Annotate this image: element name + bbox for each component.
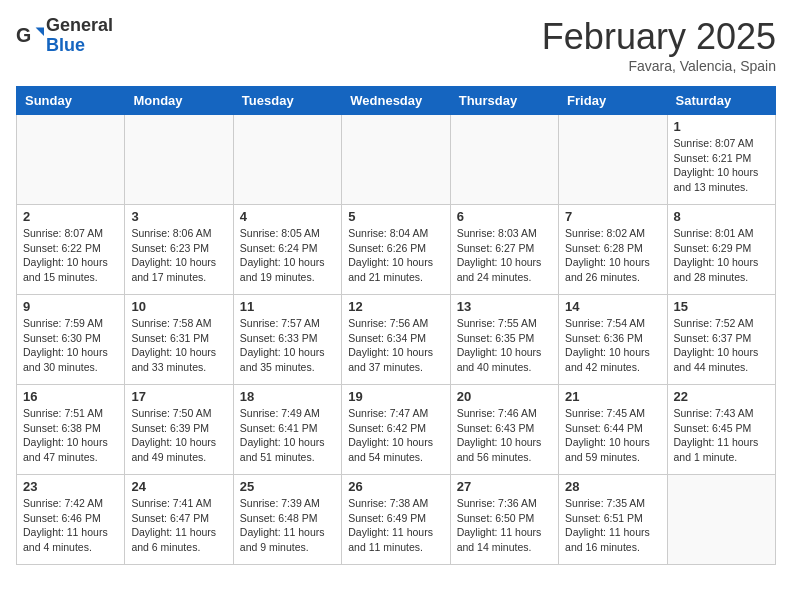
day-info: Sunrise: 7:35 AM Sunset: 6:51 PM Dayligh…	[565, 496, 660, 555]
calendar-cell: 4Sunrise: 8:05 AM Sunset: 6:24 PM Daylig…	[233, 205, 341, 295]
week-row-0: 1Sunrise: 8:07 AM Sunset: 6:21 PM Daylig…	[17, 115, 776, 205]
day-info: Sunrise: 7:49 AM Sunset: 6:41 PM Dayligh…	[240, 406, 335, 465]
day-number: 15	[674, 299, 769, 314]
calendar-cell: 3Sunrise: 8:06 AM Sunset: 6:23 PM Daylig…	[125, 205, 233, 295]
week-row-3: 16Sunrise: 7:51 AM Sunset: 6:38 PM Dayli…	[17, 385, 776, 475]
calendar-cell: 13Sunrise: 7:55 AM Sunset: 6:35 PM Dayli…	[450, 295, 558, 385]
day-info: Sunrise: 8:07 AM Sunset: 6:22 PM Dayligh…	[23, 226, 118, 285]
day-number: 17	[131, 389, 226, 404]
weekday-wednesday: Wednesday	[342, 87, 450, 115]
calendar-cell: 25Sunrise: 7:39 AM Sunset: 6:48 PM Dayli…	[233, 475, 341, 565]
day-info: Sunrise: 7:51 AM Sunset: 6:38 PM Dayligh…	[23, 406, 118, 465]
day-info: Sunrise: 7:54 AM Sunset: 6:36 PM Dayligh…	[565, 316, 660, 375]
day-info: Sunrise: 8:03 AM Sunset: 6:27 PM Dayligh…	[457, 226, 552, 285]
day-number: 2	[23, 209, 118, 224]
day-info: Sunrise: 7:57 AM Sunset: 6:33 PM Dayligh…	[240, 316, 335, 375]
calendar-cell: 2Sunrise: 8:07 AM Sunset: 6:22 PM Daylig…	[17, 205, 125, 295]
day-info: Sunrise: 7:50 AM Sunset: 6:39 PM Dayligh…	[131, 406, 226, 465]
calendar-cell: 12Sunrise: 7:56 AM Sunset: 6:34 PM Dayli…	[342, 295, 450, 385]
calendar-cell: 11Sunrise: 7:57 AM Sunset: 6:33 PM Dayli…	[233, 295, 341, 385]
day-number: 26	[348, 479, 443, 494]
day-info: Sunrise: 7:55 AM Sunset: 6:35 PM Dayligh…	[457, 316, 552, 375]
calendar-cell: 20Sunrise: 7:46 AM Sunset: 6:43 PM Dayli…	[450, 385, 558, 475]
calendar-cell: 26Sunrise: 7:38 AM Sunset: 6:49 PM Dayli…	[342, 475, 450, 565]
svg-marker-1	[36, 27, 44, 35]
weekday-tuesday: Tuesday	[233, 87, 341, 115]
day-info: Sunrise: 7:39 AM Sunset: 6:48 PM Dayligh…	[240, 496, 335, 555]
day-number: 22	[674, 389, 769, 404]
day-info: Sunrise: 7:41 AM Sunset: 6:47 PM Dayligh…	[131, 496, 226, 555]
calendar-cell: 14Sunrise: 7:54 AM Sunset: 6:36 PM Dayli…	[559, 295, 667, 385]
day-info: Sunrise: 7:47 AM Sunset: 6:42 PM Dayligh…	[348, 406, 443, 465]
weekday-monday: Monday	[125, 87, 233, 115]
day-number: 25	[240, 479, 335, 494]
calendar-cell	[17, 115, 125, 205]
calendar-cell: 23Sunrise: 7:42 AM Sunset: 6:46 PM Dayli…	[17, 475, 125, 565]
week-row-1: 2Sunrise: 8:07 AM Sunset: 6:22 PM Daylig…	[17, 205, 776, 295]
calendar-table: SundayMondayTuesdayWednesdayThursdayFrid…	[16, 86, 776, 565]
day-number: 23	[23, 479, 118, 494]
logo-general-text: General	[46, 16, 113, 36]
calendar-cell	[667, 475, 775, 565]
day-number: 20	[457, 389, 552, 404]
calendar-cell: 28Sunrise: 7:35 AM Sunset: 6:51 PM Dayli…	[559, 475, 667, 565]
calendar-cell: 1Sunrise: 8:07 AM Sunset: 6:21 PM Daylig…	[667, 115, 775, 205]
location: Favara, Valencia, Spain	[542, 58, 776, 74]
day-number: 12	[348, 299, 443, 314]
day-number: 28	[565, 479, 660, 494]
weekday-sunday: Sunday	[17, 87, 125, 115]
week-row-4: 23Sunrise: 7:42 AM Sunset: 6:46 PM Dayli…	[17, 475, 776, 565]
day-number: 18	[240, 389, 335, 404]
day-number: 19	[348, 389, 443, 404]
calendar-cell	[559, 115, 667, 205]
svg-text:G: G	[16, 23, 31, 45]
calendar-cell: 16Sunrise: 7:51 AM Sunset: 6:38 PM Dayli…	[17, 385, 125, 475]
day-info: Sunrise: 7:36 AM Sunset: 6:50 PM Dayligh…	[457, 496, 552, 555]
logo: G General Blue	[16, 16, 113, 56]
day-number: 13	[457, 299, 552, 314]
month-title: February 2025	[542, 16, 776, 58]
day-info: Sunrise: 7:59 AM Sunset: 6:30 PM Dayligh…	[23, 316, 118, 375]
day-number: 14	[565, 299, 660, 314]
calendar-cell	[233, 115, 341, 205]
day-info: Sunrise: 8:06 AM Sunset: 6:23 PM Dayligh…	[131, 226, 226, 285]
day-number: 6	[457, 209, 552, 224]
calendar-cell: 6Sunrise: 8:03 AM Sunset: 6:27 PM Daylig…	[450, 205, 558, 295]
day-info: Sunrise: 8:01 AM Sunset: 6:29 PM Dayligh…	[674, 226, 769, 285]
day-number: 27	[457, 479, 552, 494]
day-number: 11	[240, 299, 335, 314]
day-number: 1	[674, 119, 769, 134]
day-info: Sunrise: 7:58 AM Sunset: 6:31 PM Dayligh…	[131, 316, 226, 375]
calendar-cell: 9Sunrise: 7:59 AM Sunset: 6:30 PM Daylig…	[17, 295, 125, 385]
day-number: 5	[348, 209, 443, 224]
title-block: February 2025 Favara, Valencia, Spain	[542, 16, 776, 74]
day-number: 24	[131, 479, 226, 494]
week-row-2: 9Sunrise: 7:59 AM Sunset: 6:30 PM Daylig…	[17, 295, 776, 385]
calendar-cell: 7Sunrise: 8:02 AM Sunset: 6:28 PM Daylig…	[559, 205, 667, 295]
calendar-cell	[342, 115, 450, 205]
day-number: 4	[240, 209, 335, 224]
day-number: 7	[565, 209, 660, 224]
day-info: Sunrise: 8:07 AM Sunset: 6:21 PM Dayligh…	[674, 136, 769, 195]
weekday-thursday: Thursday	[450, 87, 558, 115]
day-info: Sunrise: 7:45 AM Sunset: 6:44 PM Dayligh…	[565, 406, 660, 465]
day-number: 8	[674, 209, 769, 224]
calendar-cell	[450, 115, 558, 205]
calendar-cell: 27Sunrise: 7:36 AM Sunset: 6:50 PM Dayli…	[450, 475, 558, 565]
day-info: Sunrise: 7:42 AM Sunset: 6:46 PM Dayligh…	[23, 496, 118, 555]
logo-blue-text: Blue	[46, 36, 113, 56]
calendar-cell: 22Sunrise: 7:43 AM Sunset: 6:45 PM Dayli…	[667, 385, 775, 475]
calendar-cell: 8Sunrise: 8:01 AM Sunset: 6:29 PM Daylig…	[667, 205, 775, 295]
day-number: 16	[23, 389, 118, 404]
calendar-cell: 17Sunrise: 7:50 AM Sunset: 6:39 PM Dayli…	[125, 385, 233, 475]
calendar-cell: 19Sunrise: 7:47 AM Sunset: 6:42 PM Dayli…	[342, 385, 450, 475]
day-info: Sunrise: 7:46 AM Sunset: 6:43 PM Dayligh…	[457, 406, 552, 465]
calendar-cell: 21Sunrise: 7:45 AM Sunset: 6:44 PM Dayli…	[559, 385, 667, 475]
calendar-cell: 18Sunrise: 7:49 AM Sunset: 6:41 PM Dayli…	[233, 385, 341, 475]
day-info: Sunrise: 7:52 AM Sunset: 6:37 PM Dayligh…	[674, 316, 769, 375]
day-info: Sunrise: 7:43 AM Sunset: 6:45 PM Dayligh…	[674, 406, 769, 465]
day-number: 10	[131, 299, 226, 314]
calendar-cell: 5Sunrise: 8:04 AM Sunset: 6:26 PM Daylig…	[342, 205, 450, 295]
day-number: 9	[23, 299, 118, 314]
weekday-friday: Friday	[559, 87, 667, 115]
